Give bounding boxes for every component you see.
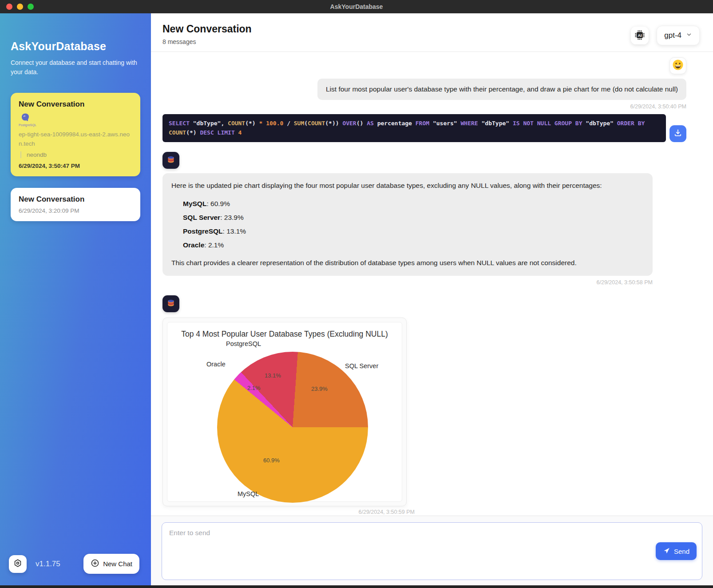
list-item: Oracle: 2.1% bbox=[183, 238, 644, 252]
pie-label-sql-server: SQL Server bbox=[345, 362, 378, 369]
postgresql-caption: PostgreSQL bbox=[19, 123, 32, 127]
chevron-down-icon bbox=[686, 31, 692, 40]
assistant-outro: This chart provides a clearer representa… bbox=[171, 258, 644, 268]
page-title: New Conversation bbox=[162, 23, 252, 35]
settings-button[interactable] bbox=[9, 555, 27, 573]
composer: Send bbox=[151, 516, 713, 585]
conversation-title: New Conversation bbox=[19, 100, 132, 109]
conversation-timestamp: 6/29/2024, 3:20:09 PM bbox=[19, 207, 132, 214]
new-chat-button[interactable]: New Chat bbox=[83, 554, 139, 574]
message-timestamp: 6/29/2024, 3:50:40 PM bbox=[162, 103, 686, 110]
app-name: AskYourDatabase bbox=[11, 40, 140, 53]
pie-chart-plot-area: Top 4 Most Popular User Database Types (… bbox=[167, 322, 402, 502]
sql-code-block: SELECT "dbType", COUNT(*) * 100.0 / SUM(… bbox=[162, 114, 666, 142]
app-window: AskYourDatabase AskYourDatabase Connect … bbox=[0, 0, 713, 588]
pie-value-sql-server: 23.9% bbox=[311, 385, 328, 392]
sql-message-group: SELECT "dbType", COUNT(*) * 100.0 / SUM(… bbox=[162, 114, 686, 142]
pie-label-mysql: MySQL bbox=[238, 490, 259, 497]
list-item: SQL Server: 23.9% bbox=[183, 211, 644, 224]
list-item: MySQL: 60.9% bbox=[183, 197, 644, 211]
assistant-avatar-row bbox=[162, 152, 686, 169]
assistant-avatar bbox=[162, 295, 179, 312]
titlebar: AskYourDatabase bbox=[0, 0, 713, 13]
connection-host: ep-tight-sea-10099984.us-east-2.aws.neon… bbox=[19, 130, 132, 149]
pie-chart-card: Top 4 Most Popular User Database Types (… bbox=[162, 318, 407, 506]
download-sql-button[interactable] bbox=[669, 125, 686, 142]
pie-label-oracle: Oracle bbox=[206, 361, 226, 368]
list-item: PostgreSQL: 13.1% bbox=[183, 224, 644, 238]
assistant-avatar-row bbox=[162, 295, 686, 312]
conversation-timestamp: 6/29/2024, 3:50:47 PM bbox=[19, 163, 132, 169]
gear-icon bbox=[13, 558, 23, 569]
conversation-card-active[interactable]: New Conversation PostgreSQL ep-tight-sea… bbox=[11, 93, 140, 176]
plus-circle-icon bbox=[91, 559, 99, 569]
main-panel: New Conversation 8 messages bbox=[151, 13, 713, 585]
ai-chip-icon: AI bbox=[634, 29, 646, 42]
screen-edge bbox=[0, 585, 713, 588]
sidebar: AskYourDatabase Connect your database an… bbox=[0, 13, 151, 585]
pie-label-postgresql: PostgreSQL bbox=[226, 340, 261, 347]
app-body: AskYourDatabase Connect your database an… bbox=[0, 13, 713, 585]
assistant-intro: Here is the updated pie chart displaying… bbox=[171, 181, 644, 191]
chart-title: Top 4 Most Popular User Database Types (… bbox=[167, 330, 402, 339]
header-actions: AI gpt-4 bbox=[631, 26, 700, 45]
new-chat-label: New Chat bbox=[103, 560, 132, 568]
user-message-bubble: List four most popular user's database t… bbox=[317, 79, 686, 100]
model-name: gpt-4 bbox=[664, 31, 681, 40]
user-avatar bbox=[669, 57, 686, 74]
minimize-window-button[interactable] bbox=[17, 4, 23, 10]
zoom-window-button[interactable] bbox=[28, 4, 34, 10]
assistant-message-group: Here is the updated pie chart displaying… bbox=[162, 173, 686, 286]
send-button[interactable]: Send bbox=[656, 542, 697, 560]
dbtype-percentage-list: MySQL: 60.9% SQL Server: 23.9% PostgreSQ… bbox=[171, 197, 644, 252]
pie-value-oracle: 2.1% bbox=[247, 385, 261, 391]
message-timestamp: 6/29/2024, 3:50:59 PM bbox=[162, 509, 415, 515]
postgresql-logo-icon: PostgreSQL bbox=[19, 112, 32, 127]
composer-box: Send bbox=[162, 522, 702, 580]
traffic-lights bbox=[6, 4, 34, 10]
window-title: AskYourDatabase bbox=[0, 3, 713, 10]
pie-value-postgresql: 13.1% bbox=[265, 372, 281, 379]
download-icon bbox=[673, 128, 682, 139]
assistant-avatar bbox=[162, 152, 179, 169]
sidebar-footer: v1.1.75 New Chat bbox=[9, 554, 139, 574]
model-select[interactable]: gpt-4 bbox=[657, 26, 700, 45]
smiley-icon bbox=[672, 59, 684, 72]
message-timestamp: 6/29/2024, 3:50:58 PM bbox=[162, 279, 653, 286]
conversation-card[interactable]: New Conversation 6/29/2024, 3:20:09 PM bbox=[11, 188, 140, 221]
app-tagline: Connect your database and start chatting… bbox=[11, 58, 139, 77]
database-stack-icon bbox=[166, 154, 176, 167]
user-message-group: List four most popular user's database t… bbox=[162, 57, 686, 110]
connection-database: neondb bbox=[20, 151, 132, 158]
message-count: 8 messages bbox=[162, 38, 252, 45]
conversation-title: New Conversation bbox=[19, 195, 132, 204]
conversation-header: New Conversation 8 messages bbox=[151, 13, 713, 52]
pie-value-mysql: 60.9% bbox=[263, 457, 280, 464]
app-version: v1.1.75 bbox=[36, 560, 60, 568]
svg-text:AI: AI bbox=[638, 33, 642, 38]
message-input[interactable] bbox=[162, 523, 702, 580]
ai-settings-button[interactable]: AI bbox=[631, 27, 649, 44]
database-stack-icon bbox=[166, 298, 176, 310]
close-window-button[interactable] bbox=[6, 4, 12, 10]
message-list: List four most popular user's database t… bbox=[151, 52, 713, 516]
send-label: Send bbox=[674, 548, 689, 555]
pie-chart bbox=[217, 352, 368, 503]
paper-plane-icon bbox=[663, 547, 670, 556]
assistant-message-bubble: Here is the updated pie chart displaying… bbox=[162, 173, 653, 276]
